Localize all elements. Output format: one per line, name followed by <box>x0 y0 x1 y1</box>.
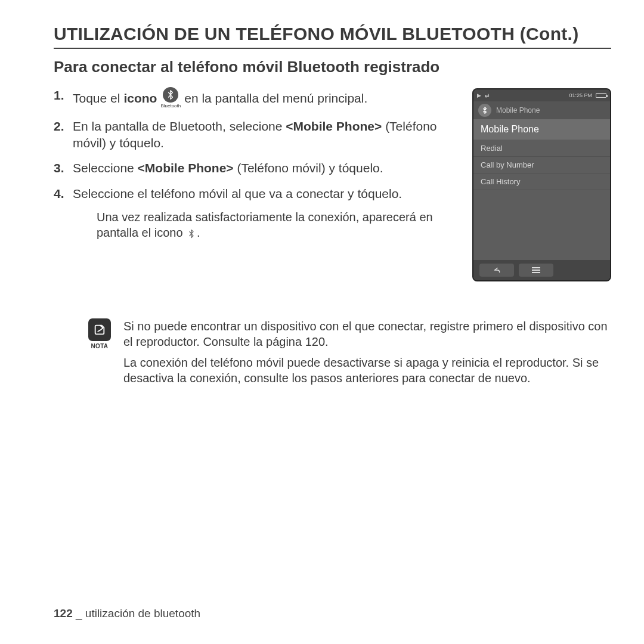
menu-icon <box>532 267 540 273</box>
step-2-text-bold: <Mobile Phone> <box>286 119 382 133</box>
menu-button[interactable] <box>519 264 553 277</box>
page-title: UTILIZACIÓN DE UN TELÉFONO MÓVIL BLUETOO… <box>54 24 611 44</box>
back-button[interactable] <box>479 264 514 277</box>
note-block: NOTA Si no puede encontrar un dispositiv… <box>54 318 611 391</box>
menu-item-redial[interactable]: Redial <box>473 140 610 157</box>
status-play-icon: ▶ <box>477 92 481 98</box>
step-2-text-a: En la pantalla de Bluetooth, selecione <box>73 119 286 133</box>
step-4-text: Seleccione el teléfono móvil al que va a… <box>73 187 402 200</box>
bluetooth-header-icon <box>478 104 491 117</box>
menu-item-mobile-phone[interactable]: Mobile Phone <box>473 119 610 140</box>
battery-icon <box>596 93 606 98</box>
note-paragraph-1: Si no puede encontrar un dispositivo con… <box>123 318 611 350</box>
step-3-text-a: Seleccione <box>73 161 138 175</box>
menu-item-call-history[interactable]: Call History <box>473 174 610 190</box>
menu-item-call-by-number[interactable]: Call by Number <box>473 157 610 174</box>
bluetooth-connected-icon <box>186 228 197 239</box>
note-icon <box>88 318 111 341</box>
step-1-text-a: Toque el <box>73 90 120 107</box>
step-2: En la pantalla de Bluetooth, selecione <… <box>54 118 460 152</box>
page-subtitle: Para conectar al teléfono móvil Bluetoot… <box>54 58 611 76</box>
note-label: NOTA <box>91 343 109 349</box>
phone-mock: ▶ ⇄ 01:25 PM Mobile Phone Mobile Phone R… <box>472 88 611 281</box>
phone-softkey-bar <box>473 260 610 280</box>
steps-column: Toque el icono Bluetooth en la pantalla … <box>54 87 460 281</box>
step-1-text-c: en la pantalla del menú principal. <box>184 90 367 107</box>
step-4-after-b: . <box>197 226 200 239</box>
step-4: Seleccione el teléfono móvil al que va a… <box>54 185 460 240</box>
step-3-text-c: (Teléfono móvil) y tóquelo. <box>234 161 383 175</box>
note-paragraph-2: La conexión del teléfono móvil puede des… <box>123 355 611 386</box>
bluetooth-icon <box>163 87 178 103</box>
title-rule <box>54 48 611 49</box>
phone-status-bar: ▶ ⇄ 01:25 PM <box>473 89 610 101</box>
step-3: Seleccione <Mobile Phone> (Teléfono móvi… <box>54 160 460 177</box>
phone-menu-list: Mobile Phone Redial Call by Number Call … <box>473 119 610 260</box>
footer-sep: _ <box>73 607 85 620</box>
phone-screen-header-text: Mobile Phone <box>496 106 540 114</box>
footer-section: utilización de bluetooth <box>85 607 200 620</box>
phone-screen-header: Mobile Phone <box>473 101 610 119</box>
step-3-text-bold: <Mobile Phone> <box>138 161 234 175</box>
status-time: 01:25 PM <box>569 92 592 98</box>
step-1-text-bold: icono <box>123 90 157 107</box>
step-4-after-a: Una vez realizada satisfactoriamente la … <box>97 210 433 239</box>
note-text: Si no puede encontrar un dispositivo con… <box>123 318 611 391</box>
page-number: 122 <box>54 607 73 620</box>
bluetooth-icon-label: Bluetooth <box>160 103 181 110</box>
step-1: Toque el icono Bluetooth en la pantalla … <box>54 87 460 110</box>
page-footer: 122 _ utilización de bluetooth <box>54 607 200 620</box>
status-shuffle-icon: ⇄ <box>485 92 490 98</box>
bluetooth-menu-icon: Bluetooth <box>160 87 181 110</box>
